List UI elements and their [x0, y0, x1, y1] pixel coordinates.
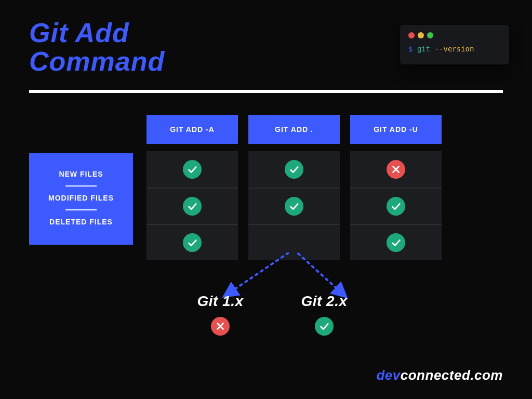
terminal-command: $ git --version: [408, 45, 501, 53]
check-icon: [285, 197, 303, 216]
row-labels-panel: NEW FILES MODIFIED FILES DELETED FILES: [29, 153, 133, 245]
terminal-card: $ git --version: [400, 25, 509, 64]
row-label-new-files: NEW FILES: [41, 163, 122, 185]
check-icon: [183, 197, 202, 216]
cell: [147, 151, 238, 188]
footnote-branch-git1: Git 1.x: [184, 293, 257, 336]
attribution-accent: dev: [376, 367, 400, 383]
split-footnote: Git 1.x Git 2.x: [0, 252, 532, 367]
cell: [350, 188, 442, 224]
svg-line-2: [228, 252, 294, 294]
check-icon: [183, 233, 202, 252]
svg-line-3: [294, 252, 343, 294]
attribution-rest: connected.com: [401, 367, 503, 383]
check-icon: [183, 160, 202, 179]
column-header: GIT ADD .: [248, 115, 340, 144]
cross-icon: [211, 317, 230, 336]
row-label-deleted-files: DELETED FILES: [41, 210, 122, 233]
footnote-branch-git2: Git 2.x: [288, 293, 361, 336]
check-icon: [285, 160, 303, 179]
column-git-add-dot: GIT ADD .: [248, 115, 340, 260]
check-icon: [387, 233, 405, 252]
column-body: [248, 151, 340, 260]
title-line-2: Command: [29, 46, 165, 76]
check-icon: [387, 197, 405, 216]
column-body: [147, 151, 238, 260]
column-header: GIT ADD -A: [147, 115, 238, 144]
cross-icon: [387, 160, 405, 179]
column-header: GIT ADD -U: [350, 115, 442, 144]
cell: [248, 188, 340, 224]
terminal-flag: --version: [435, 45, 474, 53]
column-body: [350, 151, 442, 260]
title-line-1: Git Add: [29, 18, 129, 48]
terminal-binary: git: [417, 45, 430, 53]
cell: [147, 188, 238, 224]
terminal-prompt: $: [408, 45, 413, 53]
cell: [248, 151, 340, 188]
split-arrows: [0, 252, 532, 367]
row-label-modified-files: MODIFIED FILES: [41, 187, 122, 209]
check-icon: [315, 317, 334, 336]
cell: [350, 151, 442, 188]
close-icon: [408, 32, 415, 38]
footnote-label: Git 1.x: [184, 293, 257, 310]
minimize-icon: [418, 32, 424, 38]
footnote-label: Git 2.x: [288, 293, 361, 310]
column-git-add-a: GIT ADD -A: [147, 115, 238, 260]
divider: [29, 90, 503, 93]
maximize-icon: [427, 32, 433, 38]
column-git-add-u: GIT ADD -U: [350, 115, 442, 260]
terminal-window-controls: [408, 32, 501, 38]
attribution: devconnected.com: [376, 367, 503, 383]
